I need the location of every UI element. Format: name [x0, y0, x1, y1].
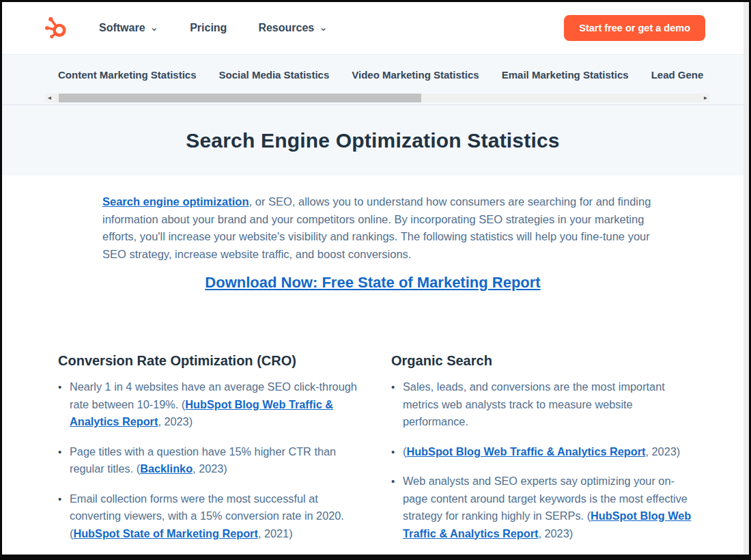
list-item: Page titles with a question have 15% hig… — [70, 443, 365, 478]
bullet-text: Sales, leads, and conversions are the mo… — [403, 380, 665, 428]
subnav-item-social-media[interactable]: Social Media Statistics — [219, 69, 330, 81]
column-cro: Conversion Rate Optimization (CRO) Nearl… — [58, 353, 365, 555]
scroll-left-arrow-icon[interactable]: ◄ — [45, 94, 54, 102]
bullet-list: Nearly 1 in 4 websites have an average S… — [58, 378, 365, 542]
window-scrollbar-gutter[interactable] — [743, 2, 749, 555]
chevron-down-icon: ⌄ — [150, 22, 159, 32]
nav-item-label: Resources — [258, 22, 314, 34]
hero-band: Search Engine Optimization Statistics — [2, 104, 743, 176]
bullet-text: , 2023) — [646, 445, 681, 458]
page-title: Search Engine Optimization Statistics — [186, 129, 560, 152]
nav-item-resources[interactable]: Resources ⌄ — [258, 22, 327, 34]
bullet-list: Sales, leads, and conversions are the mo… — [391, 378, 698, 555]
scrollbar-thumb[interactable] — [59, 94, 421, 102]
download-report-link[interactable]: Download Now: Free State of Marketing Re… — [205, 274, 540, 291]
statistics-subnav: Content Marketing Statistics Social Medi… — [2, 54, 743, 104]
list-item: Web analysts and SEO experts say optimiz… — [403, 473, 698, 542]
bullet-text: , 2023) — [193, 462, 227, 475]
list-item: Sales, leads, and conversions are the mo… — [403, 378, 698, 431]
list-item: Nearly 1 in 4 websites have an average S… — [70, 378, 365, 431]
list-item: Email collection forms were the most suc… — [70, 490, 365, 543]
subnav-item-lead-generation[interactable]: Lead Gene — [651, 69, 704, 81]
column-heading: Organic Search — [391, 353, 698, 369]
main-nav: Software ⌄ Pricing Resources ⌄ — [99, 22, 328, 34]
source-link[interactable]: Backlinko — [140, 462, 193, 475]
browser-window: Software ⌄ Pricing Resources ⌄ Start fre… — [2, 2, 743, 555]
statistics-subnav-items: Content Marketing Statistics Social Medi… — [2, 55, 743, 81]
subnav-item-video-marketing[interactable]: Video Marketing Statistics — [352, 69, 479, 81]
nav-item-label: Software — [99, 22, 145, 34]
seo-definition-link[interactable]: Search engine optimization — [102, 195, 249, 208]
subnav-item-content-marketing[interactable]: Content Marketing Statistics — [58, 69, 197, 81]
start-free-demo-button[interactable]: Start free or get a demo — [564, 15, 705, 41]
source-link[interactable]: HubSpot State of Marketing Report — [73, 527, 257, 540]
scroll-right-arrow-icon[interactable]: ► — [701, 94, 710, 102]
subnav-item-email-marketing[interactable]: Email Marketing Statistics — [502, 69, 629, 81]
column-organic-search: Organic Search Sales, leads, and convers… — [391, 353, 698, 555]
bullet-text: , 2023) — [158, 415, 193, 428]
intro-paragraph: Search engine optimization, or SEO, allo… — [102, 193, 664, 263]
screenshot-frame: Software ⌄ Pricing Resources ⌄ Start fre… — [0, 0, 751, 560]
chevron-down-icon: ⌄ — [319, 22, 328, 32]
scrollbar-track[interactable] — [54, 94, 701, 102]
nav-item-software[interactable]: Software ⌄ — [99, 22, 158, 34]
hubspot-sprocket-logo-icon[interactable] — [44, 16, 69, 40]
column-heading: Conversion Rate Optimization (CRO) — [58, 353, 365, 369]
bullet-text: , 2021) — [258, 527, 293, 540]
download-row: Download Now: Free State of Marketing Re… — [2, 274, 743, 292]
top-header: Software ⌄ Pricing Resources ⌄ Start fre… — [2, 2, 743, 54]
nav-item-label: Pricing — [190, 22, 227, 34]
list-item: (HubSpot Blog Web Traffic & Analytics Re… — [403, 443, 698, 461]
page-content: Search engine optimization, or SEO, allo… — [2, 176, 743, 555]
stats-columns: Conversion Rate Optimization (CRO) Nearl… — [2, 353, 743, 555]
subnav-horizontal-scrollbar: ◄ ► — [45, 94, 710, 102]
nav-item-pricing[interactable]: Pricing — [190, 22, 227, 34]
bullet-text: , 2023) — [538, 527, 573, 540]
source-link[interactable]: HubSpot Blog Web Traffic & Analytics Rep… — [406, 445, 645, 458]
